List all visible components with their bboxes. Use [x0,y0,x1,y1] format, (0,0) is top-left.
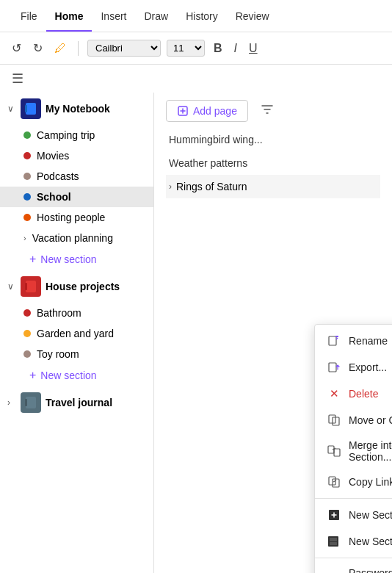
notebook-my-notebook[interactable]: ∨ My Notebook [0,93,153,125]
hamburger-icon[interactable]: ☰ [12,71,23,87]
section-label-school: School [37,191,71,203]
section-dot-toy [23,350,31,358]
context-menu: Rename Export... ✕ Delete Move or Copy..… [314,324,392,573]
page-item-weather[interactable]: Weather patterns [166,151,380,175]
new-section-my-notebook[interactable]: + New section [0,248,153,270]
section-label-hosting: Hosting people [37,212,105,223]
ctx-rename-label: Rename [349,335,388,347]
new-section-group-icon [327,534,341,549]
section-dot-hosting [23,214,31,221]
menu-draw[interactable]: Draw [135,6,177,26]
section-bathroom[interactable]: Bathroom [0,303,153,323]
font-size-selector[interactable]: 11 [167,40,205,57]
menu-insert[interactable]: Insert [92,6,135,26]
section-vacation-planning[interactable]: › Vacation planning [0,228,153,248]
svg-rect-18 [330,538,337,541]
sidebar: ∨ My Notebook Camping trip Movies Podcas… [0,93,154,573]
ctx-password[interactable]: Password Protect This Section [315,561,392,573]
ctx-new-section-label: New Section [349,509,392,521]
svg-rect-4 [26,397,36,408]
menu-bar: File Home Insert Draw History Review [0,0,392,32]
section-label-movies: Movies [37,150,69,162]
section-dot-movies [23,152,31,159]
redo-button[interactable]: ↻ [30,38,46,58]
ctx-move-copy-label: Move or Copy... [349,414,392,426]
ctx-merge[interactable]: Merge into Another Section... [315,433,392,469]
ctx-move-copy[interactable]: Move or Copy... [315,407,392,433]
notebook-icon-house [21,276,41,297]
section-dot-school [23,193,31,201]
chevron-travel: › [7,397,16,408]
notebook-title-house: House projects [46,281,120,292]
font-selector[interactable]: Cailbri [87,40,161,57]
menu-review[interactable]: Review [227,6,278,26]
section-toy-room[interactable]: Toy room [0,344,153,364]
bold-button[interactable]: B [211,39,225,58]
page-item-hummingbird[interactable]: Hummingbird wing... [166,128,380,151]
right-panel: Add page Hummingbird wing... Weather pat… [154,93,392,573]
menu-history[interactable]: History [177,6,227,26]
section-dot-podcasts [23,173,31,180]
ctx-new-section-group[interactable]: New Section Group [315,528,392,555]
merge-icon [327,444,341,458]
export-icon [327,360,341,375]
menu-file[interactable]: File [12,6,46,26]
toolbar: ↺ ↻ 🖊 Cailbri 11 B I U [0,32,392,65]
chevron-my-notebook: ∨ [7,104,16,114]
plus-icon-1: + [29,253,36,266]
notebook-icon-my-notebook [21,98,41,119]
svg-rect-0 [26,103,36,115]
notebook-travel-journal[interactable]: › Travel journal [0,386,153,419]
undo-button[interactable]: ↺ [9,38,24,58]
section-school[interactable]: School [0,187,153,207]
sort-icon[interactable] [260,102,275,120]
ctx-password-label: Password Protect This Section [349,567,392,573]
section-hosting-people[interactable]: Hosting people [0,207,153,228]
notebook-title-travel: Travel journal [46,397,112,408]
highlighter-button[interactable]: 🖊 [51,39,69,58]
section-group-arrow: › [169,181,172,192]
move-copy-icon [327,413,341,428]
ctx-separator-1 [315,498,392,499]
ctx-export[interactable]: Export... [315,354,392,381]
svg-rect-7 [329,336,336,345]
new-section-icon [327,508,341,522]
notebook-icon-travel [21,392,41,413]
section-label-garden: Garden and yard [37,328,114,339]
svg-rect-3 [25,283,27,290]
ctx-copy-link[interactable]: Copy Link to Section [315,469,392,495]
section-label-camping: Camping trip [37,129,95,141]
add-page-icon [177,105,189,117]
ctx-separator-2 [315,558,392,558]
section-camping-trip[interactable]: Camping trip [0,125,153,145]
toolbar-separator-1 [78,41,79,56]
section-podcasts[interactable]: Podcasts [0,166,153,187]
ctx-new-section[interactable]: New Section [315,502,392,528]
main-content: ∨ My Notebook Camping trip Movies Podcas… [0,93,392,573]
notebook-house-projects[interactable]: ∨ House projects [0,270,153,303]
new-section-house[interactable]: + New section [0,364,153,386]
section-group-rings[interactable]: › Rings of Saturn [166,175,380,198]
ctx-delete-label: Delete [349,388,378,400]
svg-rect-1 [25,105,27,112]
svg-rect-8 [335,336,338,337]
italic-button[interactable]: I [231,39,240,58]
section-label-vacation: Vacation planning [32,232,113,244]
add-page-button[interactable]: Add page [166,100,248,122]
menu-home[interactable]: Home [46,6,92,26]
ctx-export-label: Export... [349,361,387,373]
underline-button[interactable]: U [246,39,261,58]
section-arrow-vacation: › [23,234,26,242]
svg-rect-13 [334,449,340,456]
section-garden[interactable]: Garden and yard [0,323,153,344]
svg-rect-19 [330,542,337,545]
section-label-bathroom: Bathroom [37,307,81,319]
ctx-delete[interactable]: ✕ Delete [315,381,392,407]
delete-icon: ✕ [327,386,341,401]
notebook-title-my-notebook: My Notebook [46,103,110,115]
ctx-merge-label: Merge into Another Section... [349,439,392,463]
ctx-new-section-group-label: New Section Group [349,536,392,547]
ctx-copy-link-label: Copy Link to Section [349,476,392,488]
section-movies[interactable]: Movies [0,145,153,166]
ctx-rename[interactable]: Rename [315,328,392,354]
